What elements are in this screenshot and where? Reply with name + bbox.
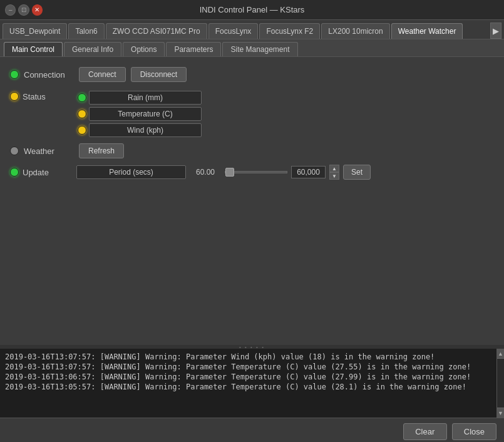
main-content: Connection Connect Disconnect Status [0,57,504,345]
window-title: INDI Control Panel — KStars [43,5,461,14]
status-label: Status [23,92,73,101]
update-led [10,168,19,177]
log-line-1: 2019-03-16T13:07:57: [WARNING] Warning: … [5,362,491,371]
subtab-options[interactable]: Options [123,42,165,56]
log-line-2: 2019-03-16T13:06:57: [WARNING] Warning: … [5,373,491,381]
set-button[interactable]: Set [343,165,371,180]
clear-button[interactable]: Clear [403,423,447,440]
tab-talon6[interactable]: Talon6 [68,23,104,39]
connect-button[interactable]: Connect [79,67,126,82]
restore-button[interactable]: ⊡ [18,4,29,16]
tab-usb-dewpoint[interactable]: USB_Dewpoint [3,23,67,39]
period-value: 60.00 [190,168,221,177]
sub-tab-bar: Main Control General Info Options Parame… [0,39,504,57]
subtab-main-control[interactable]: Main Control [4,42,63,56]
weather-row: Weather Refresh [10,143,494,158]
log-content: 2019-03-16T13:07:57: [WARNING] Warning: … [0,349,496,418]
rain-field[interactable] [89,91,202,105]
temperature-field[interactable] [89,107,202,121]
wind-field[interactable] [89,123,202,137]
minimize-button[interactable]: – [5,4,16,16]
spin-up-button[interactable]: ▲ [329,165,339,172]
slider-container [225,171,287,173]
wind-led [78,126,86,135]
temperature-led [78,110,86,118]
scroll-up-button[interactable]: ▲ [497,349,504,359]
log-wrapper: 2019-03-16T13:07:57: [WARNING] Warning: … [0,349,504,418]
close-button[interactable]: Close [452,423,496,440]
connection-row: Connection Connect Disconnect [10,67,494,82]
tab-weather-watcher[interactable]: Weather Watcher [391,23,463,39]
refresh-button[interactable]: Refresh [79,143,124,158]
connection-led [10,70,19,79]
tab-scroll-right-button[interactable]: ▶ [490,23,501,39]
log-line-3: 2019-03-16T13:05:57: [WARNING] Warning: … [5,383,491,391]
status-led [10,92,19,101]
weather-label: Weather [24,146,74,156]
period-slider[interactable] [225,171,287,173]
rain-led [78,93,86,102]
subtab-parameters[interactable]: Parameters [166,42,221,56]
log-line-0: 2019-03-16T13:07:57: [WARNING] Warning: … [5,352,491,361]
status-fields [78,91,202,137]
bottom-bar: Clear Close [0,418,504,442]
close-window-button[interactable]: ✕ [32,4,43,16]
subtab-general-info[interactable]: General Info [64,42,121,56]
tab-lx200[interactable]: LX200 10micron [321,23,389,39]
connection-label: Connection [24,70,74,80]
subtab-site-management[interactable]: Site Management [222,42,297,56]
log-scrollbar[interactable]: ▲ ▼ [496,349,504,418]
spin-buttons: ▲ ▼ [329,165,339,180]
scroll-down-button[interactable]: ▼ [497,408,504,418]
spin-value-field[interactable] [291,166,326,178]
update-label: Update [23,168,73,177]
weather-led [10,146,19,155]
spin-down-button[interactable]: ▼ [329,172,339,180]
tab-zwo-ccd[interactable]: ZWO CCD ASI071MC Pro [106,23,207,39]
tab-focuslynx[interactable]: FocusLynx [208,23,259,39]
title-bar: – ⊡ ✕ INDI Control Panel — KStars [0,0,504,20]
device-tab-bar: USB_Dewpoint Talon6 ZWO CCD ASI071MC Pro… [0,20,504,39]
scroll-track [497,359,504,408]
period-field[interactable] [76,165,186,179]
update-row: Update 60.00 ▲ ▼ Set [10,165,494,180]
tab-focuslynx-f2[interactable]: FocusLynx F2 [259,23,320,39]
disconnect-button[interactable]: Disconnect [131,67,187,82]
